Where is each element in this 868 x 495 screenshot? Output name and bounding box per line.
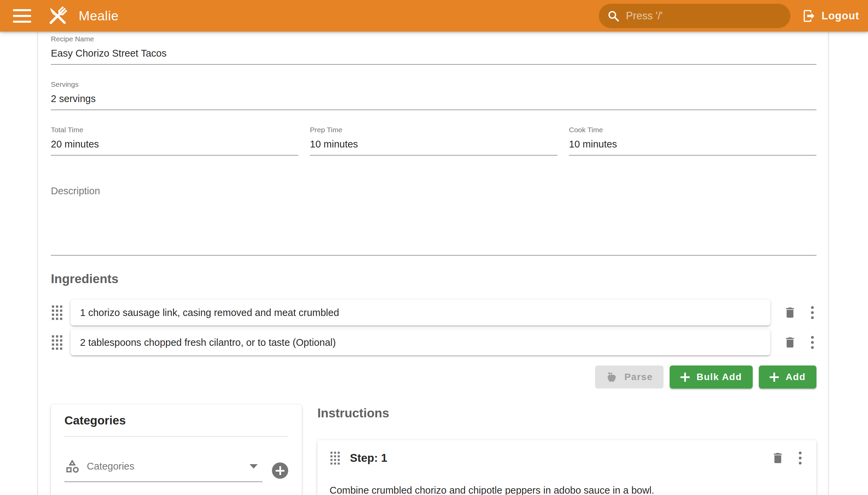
step-text-input[interactable]: Combine crumbled chorizo and chipotle pe… [329, 483, 804, 495]
caret-down-icon [250, 464, 258, 468]
ingredients-heading: Ingredients [51, 272, 816, 286]
logout-button[interactable]: Logout [802, 9, 859, 23]
total-time-label: Total Time [51, 125, 299, 134]
recipe-editor-card: Recipe Name Easy Chorizo Street Tacos Se… [38, 32, 828, 495]
parse-button[interactable]: Parse [595, 365, 664, 389]
cook-time-field[interactable]: Cook Time 10 minutes [569, 125, 816, 156]
plus-icon [770, 373, 779, 382]
recipe-name-field[interactable]: Recipe Name Easy Chorizo Street Tacos [51, 34, 816, 65]
categories-select[interactable]: Categories [64, 458, 262, 482]
total-time-field[interactable]: Total Time 20 minutes [51, 125, 299, 156]
servings-field[interactable]: Servings 2 servings [51, 80, 816, 110]
kebab-menu-icon[interactable] [811, 336, 814, 349]
add-button[interactable]: Add [759, 365, 816, 389]
bulk-add-label: Bulk Add [696, 372, 742, 382]
step-title: Step: 1 [350, 451, 387, 464]
prep-time-label: Prep Time [310, 125, 558, 134]
description-input[interactable] [51, 197, 816, 255]
trash-icon [771, 451, 785, 465]
trash-icon [783, 336, 797, 349]
servings-input[interactable]: 2 servings [51, 89, 816, 109]
search-bar[interactable] [599, 4, 790, 28]
ingredient-input[interactable]: 1 chorizo sausage link, casing removed a… [70, 300, 770, 325]
ingredient-text: 1 chorizo sausage link, casing removed a… [80, 307, 339, 318]
drag-handle-icon[interactable] [329, 450, 342, 466]
app-title: Mealie [79, 8, 119, 23]
delete-step-button[interactable] [771, 451, 785, 465]
recipe-name-input[interactable]: Easy Chorizo Street Tacos [51, 44, 816, 64]
shapes-icon [64, 458, 80, 474]
hamburger-menu-icon[interactable] [13, 9, 31, 23]
delete-ingredient-button[interactable] [783, 306, 797, 319]
cook-time-label: Cook Time [569, 125, 816, 134]
logout-label: Logout [821, 10, 859, 22]
instructions-section: Instructions Step: 1 [317, 405, 816, 495]
step-header: Step: 1 [329, 450, 804, 466]
categories-card: Categories Categories [51, 405, 302, 495]
instruction-step-card: Step: 1 Combine crumbled chorizo and chi… [317, 440, 816, 495]
parse-label: Parse [624, 372, 653, 382]
prep-time-input[interactable]: 10 minutes [310, 134, 558, 155]
crossed-fork-knife-logo [46, 4, 70, 28]
apple-icon [606, 371, 617, 383]
search-input[interactable] [626, 10, 782, 22]
delete-ingredient-button[interactable] [783, 336, 797, 349]
drag-handle-icon[interactable] [51, 305, 63, 320]
bulk-add-button[interactable]: Bulk Add [670, 365, 753, 389]
add-category-button[interactable] [272, 462, 288, 479]
ingredient-text: 2 tablespoons chopped fresh cilantro, or… [80, 337, 336, 348]
divider [64, 436, 288, 437]
app-header: Mealie Logout [0, 0, 868, 32]
description-field[interactable]: Description [51, 186, 816, 256]
ingredient-row: 1 chorizo sausage link, casing removed a… [51, 300, 816, 325]
prep-time-field[interactable]: Prep Time 10 minutes [310, 125, 558, 156]
kebab-menu-icon[interactable] [811, 306, 814, 319]
logout-icon [802, 9, 816, 23]
search-icon [607, 10, 620, 22]
categories-heading: Categories [64, 414, 288, 427]
categories-select-row: Categories [64, 458, 288, 482]
time-fields-row: Total Time 20 minutes Prep Time 10 minut… [51, 125, 816, 156]
kebab-menu-icon[interactable] [799, 451, 802, 464]
bottom-section: Categories Categories Instructions [51, 405, 816, 495]
drag-handle-icon[interactable] [51, 335, 63, 350]
ingredient-actions: Parse Bulk Add Add [51, 365, 816, 389]
plus-icon [681, 373, 690, 382]
categories-select-label: Categories [87, 461, 250, 472]
add-label: Add [786, 372, 806, 382]
instructions-heading: Instructions [317, 406, 816, 421]
ingredient-row: 2 tablespoons chopped fresh cilantro, or… [51, 329, 816, 355]
description-label: Description [51, 186, 816, 197]
trash-icon [783, 306, 797, 319]
recipe-name-label: Recipe Name [51, 34, 816, 44]
cook-time-input[interactable]: 10 minutes [569, 134, 816, 155]
ingredient-input[interactable]: 2 tablespoons chopped fresh cilantro, or… [70, 329, 770, 355]
servings-label: Servings [51, 80, 816, 89]
total-time-input[interactable]: 20 minutes [51, 134, 299, 155]
